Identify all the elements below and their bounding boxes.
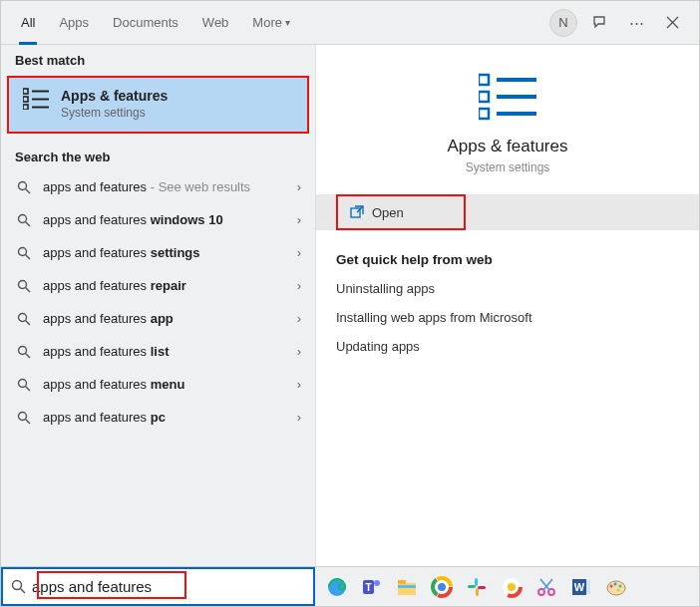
chevron-right-icon: › — [297, 245, 301, 260]
svg-rect-2 — [23, 97, 28, 102]
svg-rect-22 — [479, 75, 489, 85]
tab-web[interactable]: Web — [190, 1, 241, 45]
svg-point-14 — [19, 313, 27, 321]
svg-line-17 — [26, 353, 31, 358]
tab-apps[interactable]: Apps — [47, 1, 101, 45]
svg-point-57 — [613, 582, 616, 585]
file-explorer-icon[interactable] — [393, 573, 420, 600]
section-best-match: Best match — [1, 45, 315, 74]
svg-line-7 — [26, 188, 31, 193]
svg-rect-44 — [468, 585, 476, 588]
svg-rect-43 — [475, 578, 478, 586]
search-input[interactable] — [32, 578, 305, 595]
search-box[interactable] — [1, 567, 315, 606]
web-result-text: apps and features - See web results — [43, 179, 297, 194]
svg-point-20 — [19, 412, 27, 420]
preview-title: Apps & features — [448, 137, 568, 156]
chevron-right-icon: › — [297, 344, 301, 359]
svg-rect-37 — [398, 585, 416, 588]
web-result[interactable]: apps and features pc› — [1, 401, 315, 434]
search-icon — [15, 246, 33, 260]
paint-icon[interactable] — [602, 573, 629, 600]
svg-rect-4 — [23, 105, 28, 110]
more-options-icon[interactable]: ⋯ — [623, 10, 649, 36]
best-match-title: Apps & features — [61, 88, 168, 104]
tab-documents[interactable]: Documents — [101, 1, 190, 45]
svg-rect-45 — [476, 588, 479, 596]
svg-point-49 — [508, 583, 516, 591]
feedback-icon[interactable] — [587, 10, 613, 36]
web-result[interactable]: apps and features menu› — [1, 368, 315, 401]
svg-text:W: W — [573, 581, 584, 593]
web-result[interactable]: apps and features windows 10› — [1, 203, 315, 236]
search-icon — [15, 279, 33, 293]
slack-icon[interactable] — [463, 573, 490, 600]
close-icon[interactable] — [659, 10, 685, 36]
svg-line-19 — [26, 386, 31, 391]
chevron-right-icon: › — [297, 311, 301, 326]
search-icon — [15, 312, 33, 326]
svg-rect-46 — [478, 586, 486, 589]
quick-link[interactable]: Updating apps — [336, 339, 679, 354]
web-result[interactable]: apps and features settings› — [1, 236, 315, 269]
svg-point-8 — [19, 214, 27, 222]
chevron-right-icon: › — [297, 212, 301, 227]
web-result-text: apps and features pc — [43, 410, 297, 425]
svg-line-11 — [26, 254, 31, 259]
best-match-subtitle: System settings — [61, 106, 168, 120]
user-avatar[interactable]: N — [549, 9, 577, 37]
svg-rect-28 — [351, 208, 360, 217]
svg-rect-0 — [23, 89, 28, 94]
quick-help-heading: Get quick help from web — [336, 252, 679, 267]
tab-all[interactable]: All — [9, 1, 47, 45]
chevron-right-icon: › — [297, 179, 301, 194]
svg-point-12 — [19, 280, 27, 288]
svg-point-58 — [618, 584, 621, 587]
svg-point-10 — [19, 247, 27, 255]
web-result-text: apps and features windows 10 — [43, 212, 297, 227]
svg-line-30 — [21, 589, 26, 594]
svg-rect-36 — [398, 580, 406, 584]
chevron-right-icon: › — [297, 377, 301, 392]
svg-point-18 — [19, 379, 27, 387]
apps-features-icon — [23, 88, 49, 110]
web-result[interactable]: apps and features - See web results› — [1, 170, 315, 203]
open-label: Open — [372, 205, 404, 220]
web-result[interactable]: apps and features app› — [1, 302, 315, 335]
results-pane: Best match Apps & features System settin… — [1, 45, 315, 566]
search-icon — [15, 411, 33, 425]
edge-icon[interactable] — [323, 573, 350, 600]
word-icon[interactable]: W — [567, 573, 594, 600]
svg-rect-26 — [479, 109, 489, 119]
svg-point-29 — [13, 581, 22, 590]
quick-link[interactable]: Installing web apps from Microsoft — [336, 310, 679, 325]
open-button[interactable]: Open — [336, 194, 466, 230]
svg-point-6 — [19, 181, 27, 189]
svg-rect-35 — [398, 583, 416, 595]
section-web: Search the web — [1, 142, 315, 170]
svg-point-59 — [616, 588, 619, 591]
svg-rect-54 — [586, 580, 590, 594]
web-result-text: apps and features repair — [43, 278, 297, 293]
search-icon — [15, 378, 33, 392]
svg-text:T: T — [365, 582, 371, 593]
tab-more[interactable]: More ▾ — [240, 1, 302, 45]
teams-icon[interactable]: T — [358, 573, 385, 600]
open-icon — [350, 205, 364, 219]
quick-link[interactable]: Uninstalling apps — [336, 281, 679, 296]
search-icon — [15, 345, 33, 359]
chrome-icon[interactable] — [428, 573, 455, 600]
web-result-text: apps and features settings — [43, 245, 297, 260]
search-icon — [15, 213, 33, 227]
web-result-text: apps and features menu — [43, 377, 297, 392]
chevron-down-icon: ▾ — [285, 17, 290, 28]
web-result[interactable]: apps and features list› — [1, 335, 315, 368]
preview-pane: Apps & features System settings Open Get… — [315, 45, 699, 566]
best-match-result[interactable]: Apps & features System settings — [7, 76, 309, 134]
chevron-right-icon: › — [297, 278, 301, 293]
tab-more-label: More — [252, 15, 282, 30]
snipping-tool-icon[interactable] — [532, 573, 559, 600]
web-result[interactable]: apps and features repair› — [1, 269, 315, 302]
svg-point-16 — [19, 346, 27, 354]
chrome-canary-icon[interactable] — [498, 573, 525, 600]
